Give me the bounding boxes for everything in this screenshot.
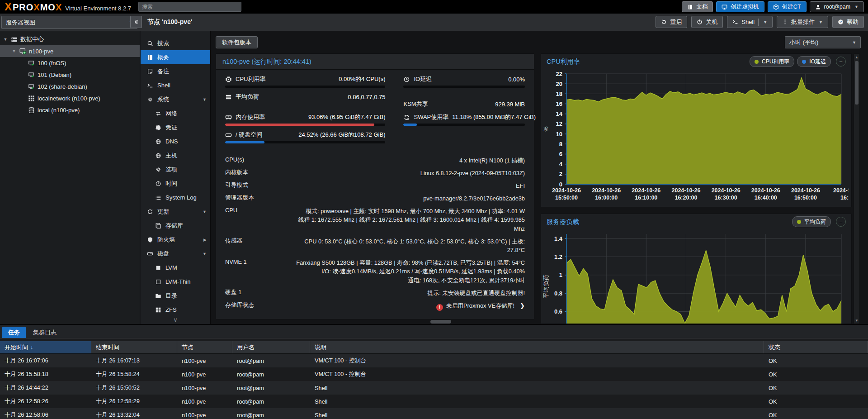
menu-item--[interactable]: 备注 bbox=[141, 64, 210, 78]
tree-item-100-fnos-[interactable]: 100 (fnOS) bbox=[0, 57, 140, 69]
menu-item--[interactable]: 更新▼ bbox=[141, 205, 210, 219]
menu-item-label: 搜索 bbox=[157, 39, 207, 48]
tree-item-n100-pve[interactable]: ▼n100-pve bbox=[0, 45, 140, 57]
tree-item--[interactable]: ▼数据中心 bbox=[0, 33, 140, 45]
memory-icon bbox=[225, 114, 232, 121]
info-value: Linux 6.8.12-2-pve (2024-09-05T10:03Z) bbox=[293, 169, 525, 177]
legend-item--[interactable]: 平均负荷 bbox=[792, 216, 831, 227]
task-row[interactable]: 十月 26 12:58:26十月 26 12:58:29n100-pveroot… bbox=[0, 395, 868, 408]
menu-item--[interactable]: 凭证 bbox=[141, 120, 210, 134]
restart-button[interactable]: 重启 bbox=[656, 16, 687, 28]
global-search-input[interactable] bbox=[138, 2, 241, 12]
horizontal-scrollbar-thumb[interactable] bbox=[430, 320, 451, 324]
menu-item-lvm[interactable]: LVM bbox=[141, 261, 210, 275]
grid-icon bbox=[155, 307, 161, 313]
menu-item--[interactable]: 搜索 bbox=[141, 36, 210, 50]
display-icon bbox=[722, 4, 727, 10]
tab--[interactable]: 集群日志 bbox=[27, 327, 62, 338]
menu-item--[interactable]: 存储库 bbox=[141, 219, 210, 233]
legend-item-io-[interactable]: IO延迟 bbox=[797, 56, 831, 67]
tree-item-local-n100-pve-[interactable]: local (n100-pve) bbox=[0, 104, 140, 116]
menu-item-lvm-thin[interactable]: LVM-Thin bbox=[141, 275, 210, 289]
node-title: 节点 'n100-pve' bbox=[147, 18, 192, 26]
tab--[interactable]: 任务 bbox=[2, 327, 26, 338]
bulk-actions-button[interactable]: 批量操作▼ bbox=[777, 16, 828, 28]
menu-scroll-down-icon[interactable]: ∨ bbox=[141, 316, 210, 323]
gauge-value: 0.00%的4 CPU(s) bbox=[339, 75, 385, 83]
node-online-icon bbox=[19, 48, 26, 55]
chart-legend: CPU利用率IO延迟− bbox=[750, 56, 846, 67]
svg-text:1: 1 bbox=[559, 271, 562, 278]
tree-item-label: 数据中心 bbox=[20, 35, 44, 43]
task-row[interactable]: 十月 26 12:58:06十月 26 13:32:04n100-pveroot… bbox=[0, 408, 868, 419]
menu-item-shell[interactable]: Shell bbox=[141, 78, 210, 92]
help-button[interactable]: ?帮助 bbox=[832, 16, 864, 28]
gauge-label: 内存使用率 bbox=[225, 113, 265, 121]
menu-item-zfs[interactable]: ZFS bbox=[141, 303, 210, 317]
menu-item--[interactable]: 主机 bbox=[141, 148, 210, 162]
progress-bar bbox=[225, 141, 385, 143]
server-view-select[interactable]: 服务器视图▼ bbox=[1, 16, 137, 29]
menu-item--[interactable]: 系统▼ bbox=[141, 92, 210, 106]
scrollbar-thumb[interactable] bbox=[855, 61, 859, 105]
book-icon bbox=[147, 54, 153, 61]
menu-item-label: 备注 bbox=[157, 67, 207, 76]
task-cell: 十月 26 15:58:18 bbox=[0, 371, 91, 378]
info-row--: 存储库状态!未启用Proxmox VE存储库!❯ bbox=[225, 299, 525, 313]
chart-title: 服务器负载 bbox=[547, 218, 580, 226]
column-header--[interactable]: 用户名 bbox=[232, 341, 310, 353]
package-versions-button[interactable]: 软件包版本 bbox=[216, 36, 258, 48]
column-header--[interactable]: 说明 bbox=[310, 341, 764, 353]
create-vm-button[interactable]: 创建虚拟机 bbox=[716, 1, 764, 12]
menu-item--[interactable]: 时间 bbox=[141, 176, 210, 190]
menu-item-label: DNS bbox=[165, 138, 207, 145]
legend-dot-icon bbox=[755, 60, 759, 64]
shutdown-button[interactable]: 关机 bbox=[691, 16, 723, 28]
info-value[interactable]: !未启用Proxmox VE存储库!❯ bbox=[293, 301, 525, 311]
menu-item--[interactable]: 防火墙▶ bbox=[141, 233, 210, 247]
chart-collapse-icon[interactable]: − bbox=[836, 57, 846, 67]
svg-text:16:50:00: 16:50:00 bbox=[794, 195, 817, 201]
menu-item--[interactable]: 选项 bbox=[141, 162, 210, 176]
tree-item-localnetwork-n100-pve-[interactable]: localnetwork (n100-pve) bbox=[0, 92, 140, 104]
legend-item-cpu-[interactable]: CPU利用率 bbox=[750, 56, 794, 67]
scroll-up-arrow-icon[interactable]: ▲ bbox=[854, 54, 859, 60]
caret-down-icon[interactable]: ▼ bbox=[203, 97, 207, 102]
user-menu-button[interactable]: root@pam▼ bbox=[810, 1, 864, 12]
shell-button[interactable]: Shell▼ bbox=[727, 16, 773, 28]
task-cell: Shell bbox=[310, 412, 764, 419]
menu-item--[interactable]: 网络 bbox=[141, 106, 210, 120]
create-ct-button[interactable]: 创建CT bbox=[768, 1, 807, 12]
menu-item--[interactable]: 概要 bbox=[141, 50, 210, 64]
menu-item--[interactable]: 目录 bbox=[141, 289, 210, 303]
svg-text:16:20:00: 16:20:00 bbox=[675, 195, 697, 201]
view-settings-button[interactable] bbox=[130, 16, 142, 28]
menu-item-dns[interactable]: DNS bbox=[141, 134, 210, 148]
column-header--[interactable]: 开始时间↓ bbox=[0, 341, 91, 353]
caret-down-icon[interactable]: ▼ bbox=[203, 210, 207, 214]
chart-collapse-icon[interactable]: − bbox=[836, 217, 846, 227]
chevron-right-icon[interactable]: ❯ bbox=[520, 302, 525, 309]
chart-period-select[interactable]: 小时 (平均)▼ bbox=[785, 36, 861, 48]
column-header--[interactable]: 状态 bbox=[764, 341, 868, 353]
scroll-down-arrow-icon[interactable]: ▼ bbox=[854, 317, 859, 324]
caret-right-icon[interactable]: ▶ bbox=[203, 238, 207, 242]
task-row[interactable]: 十月 26 16:07:06十月 26 16:07:13n100-pveroot… bbox=[0, 354, 868, 367]
documentation-button[interactable]: 文档 bbox=[682, 1, 713, 12]
menu-item--[interactable]: 磁盘▼ bbox=[141, 247, 210, 261]
tree-item-101-debian-[interactable]: 101 (Debian) bbox=[0, 69, 140, 81]
task-row[interactable]: 十月 26 14:44:22十月 26 15:50:52n100-pveroot… bbox=[0, 381, 868, 395]
column-header--[interactable]: 节点 bbox=[177, 341, 232, 353]
tree-item-102-share-debian-[interactable]: 102 (share-debian) bbox=[0, 81, 140, 92]
tree-item-label: 100 (fnOS) bbox=[38, 60, 66, 67]
task-cell: VM/CT 100 - 控制台 bbox=[310, 371, 764, 378]
caret-down-icon[interactable]: ▼ bbox=[11, 49, 17, 53]
caret-down-icon[interactable]: ▼ bbox=[3, 37, 8, 42]
tree-item-label: n100-pve bbox=[29, 48, 53, 55]
caret-down-icon[interactable]: ▼ bbox=[203, 252, 207, 256]
column-header--[interactable]: 结束时间 bbox=[91, 341, 177, 353]
svg-text:6: 6 bbox=[559, 151, 562, 157]
task-row[interactable]: 十月 26 15:58:18十月 26 15:58:24n100-pveroot… bbox=[0, 367, 868, 381]
menu-item-system-log[interactable]: System Log bbox=[141, 190, 210, 205]
task-cell: n100-pve bbox=[177, 357, 232, 364]
